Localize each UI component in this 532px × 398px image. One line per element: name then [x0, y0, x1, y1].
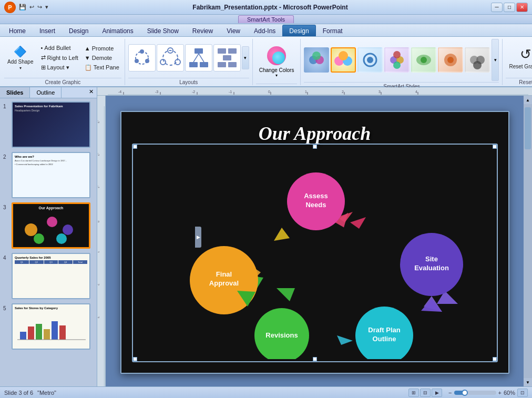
svg-point-1 — [140, 49, 144, 54]
quick-access-toolbar: 💾 ↩ ↪ ▾ — [18, 3, 49, 11]
add-bullet-button[interactable]: • Add Bullet — [39, 44, 80, 52]
svg-text:Approval: Approval — [209, 279, 238, 287]
tab-format[interactable]: Format — [316, 25, 350, 36]
fit-window-button[interactable]: ⊡ — [517, 389, 528, 397]
demote-icon: ▼ — [85, 55, 90, 61]
change-colors-button[interactable]: Change Colors ▾ — [256, 42, 298, 80]
layout-button[interactable]: ⊞ Layout ▾ — [39, 63, 80, 72]
slide-preview-5: Sales for Stores by Category — [12, 303, 90, 350]
ribbon-tabs: Home Insert Design Animations Slide Show… — [0, 24, 532, 37]
svg-point-33 — [447, 57, 454, 63]
svg-text:0: 0 — [98, 221, 100, 223]
styles-scroll-button[interactable]: ▾ — [492, 39, 499, 81]
slide-thumb-2[interactable]: 2 Who are we? Aaron Cox started Cortoso … — [2, 151, 95, 199]
promote-icon: ▲ — [85, 45, 90, 52]
dropdown-button[interactable]: ▾ — [44, 3, 49, 11]
reset-graphic-icon: ↺ — [520, 46, 531, 63]
tab-addins[interactable]: Add-Ins — [247, 25, 282, 36]
tab-view[interactable]: View — [220, 25, 247, 36]
tab-slideshow[interactable]: Slide Show — [140, 25, 186, 36]
svg-text:4: 4 — [415, 90, 417, 94]
resize-handle-tl[interactable] — [133, 145, 137, 149]
style-item-2[interactable] — [331, 47, 356, 73]
main-area: Slides Outline ✕ 1 Sales Presentation fo… — [0, 87, 532, 386]
layouts-scroll-button[interactable]: ▾ — [242, 46, 249, 69]
text-pane-button[interactable]: 📋 Text Pane — [83, 63, 121, 72]
tab-insert[interactable]: Insert — [33, 25, 62, 36]
expand-panel-button[interactable]: ▶ — [195, 227, 201, 248]
resize-handle-bm[interactable] — [313, 357, 317, 361]
ruler-horizontal: -4 -3 -2 -1 0 1 2 3 4 — [97, 87, 532, 96]
style-item-6[interactable] — [438, 47, 463, 73]
fit-buttons: ⊡ — [517, 389, 528, 397]
slide-sorter-button[interactable]: ⊟ — [420, 389, 431, 397]
redo-button[interactable]: ↪ — [36, 3, 43, 11]
slide-title: Our Approach — [121, 112, 508, 145]
style-item-7[interactable] — [465, 47, 490, 73]
slide-thumb-1[interactable]: 1 Sales Presentation for Fabrikam Headqu… — [2, 100, 95, 149]
slide-thumb-4[interactable]: 4 Quarterly Sales for 2005 Q1 Q2 Q3 Q4 T… — [2, 252, 95, 300]
window-title: Fabrikam_Presentation.pptx - Microsoft P… — [192, 4, 347, 11]
scroll-down-button[interactable]: ▼ — [524, 378, 532, 386]
close-button[interactable]: ✕ — [516, 3, 528, 12]
slides-panel-close[interactable]: ✕ — [86, 87, 97, 98]
style-item-3[interactable] — [357, 47, 383, 73]
svg-rect-17 — [223, 55, 231, 60]
layout-item-3[interactable] — [185, 44, 212, 72]
svg-text:-3: -3 — [98, 120, 100, 124]
save-button[interactable]: 💾 — [18, 3, 27, 11]
right-to-left-button[interactable]: ⇄ Right to Left — [39, 53, 80, 62]
slide-thumb-3[interactable]: 3 Our Approach — [2, 201, 95, 250]
resize-handle-tm[interactable] — [313, 145, 317, 149]
title-bar-left: P 💾 ↩ ↪ ▾ — [4, 2, 49, 13]
svg-rect-16 — [228, 62, 237, 67]
vertical-scrollbar[interactable]: ▲ ▼ — [524, 96, 532, 386]
svg-text:-3: -3 — [155, 90, 158, 94]
zoom-slider-thumb[interactable] — [462, 390, 468, 396]
resize-handle-bl[interactable] — [133, 357, 137, 361]
layout-item-1[interactable] — [128, 44, 156, 72]
style-item-1[interactable] — [304, 47, 329, 73]
resize-handle-br[interactable] — [493, 357, 497, 361]
tab-slides[interactable]: Slides — [0, 87, 30, 98]
tab-design-active[interactable]: Design — [282, 25, 315, 36]
promote-button[interactable]: ▲ Promote — [83, 44, 121, 53]
smartart-styles-content: ▾ — [304, 39, 499, 81]
tab-review[interactable]: Review — [186, 25, 220, 36]
svg-text:Site: Site — [425, 255, 438, 263]
resize-handle-tr[interactable] — [493, 145, 497, 149]
status-bar: Slide 3 of 6 "Metro" ⊞ ⊟ ▶ − + 60% ⊡ — [0, 386, 532, 398]
title-bar: P 💾 ↩ ↪ ▾ Fabrikam_Presentation.pptx - M… — [0, 0, 532, 15]
svg-text:Revisions: Revisions — [265, 331, 298, 339]
zoom-in-icon[interactable]: + — [498, 390, 502, 396]
zoom-out-icon[interactable]: − — [448, 390, 452, 396]
smartart-diagram[interactable]: Assess Needs Site Evaluation Final Appro… — [132, 144, 500, 359]
smartart-styles-group: ▾ SmartArt Styles — [301, 39, 503, 85]
tab-animations[interactable]: Animations — [95, 25, 140, 36]
reset-graphic-button[interactable]: ↺ Reset Graphic — [506, 44, 532, 72]
demote-button[interactable]: ▼ Demote — [83, 54, 121, 62]
undo-button[interactable]: ↩ — [28, 3, 35, 11]
style-item-5[interactable] — [411, 47, 436, 73]
slideshow-button[interactable]: ▶ — [432, 389, 442, 397]
normal-view-button[interactable]: ⊞ — [408, 389, 419, 397]
tab-outline[interactable]: Outline — [30, 87, 62, 98]
maximize-button[interactable]: □ — [504, 3, 515, 12]
svg-rect-14 — [228, 48, 237, 54]
layout-item-2[interactable] — [157, 44, 184, 72]
svg-point-29 — [393, 51, 401, 58]
svg-point-28 — [393, 62, 401, 69]
add-shape-button[interactable]: 🔷 Add Shape ▾ — [4, 43, 37, 73]
zoom-slider-track[interactable] — [454, 391, 496, 395]
style-item-4[interactable] — [384, 47, 410, 73]
svg-text:1: 1 — [305, 90, 307, 94]
scroll-up-button[interactable]: ▲ — [524, 96, 532, 104]
tab-home[interactable]: Home — [2, 25, 33, 36]
layout-item-4[interactable] — [213, 44, 241, 72]
svg-rect-46 — [52, 321, 58, 340]
slide-thumb-5[interactable]: 5 Sales for Stores by Category — [2, 302, 95, 351]
svg-line-12 — [199, 54, 204, 62]
scroll-thumb[interactable] — [525, 107, 531, 149]
minimize-button[interactable]: ─ — [491, 3, 503, 12]
tab-design[interactable]: Design — [62, 25, 95, 36]
